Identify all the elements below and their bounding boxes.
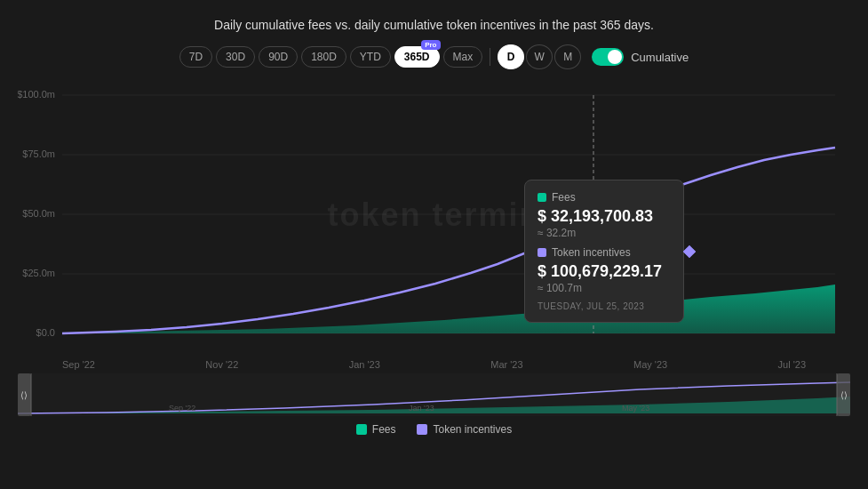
legend-token-dot — [417, 424, 427, 435]
time-btn-30d[interactable]: 30D — [216, 46, 255, 68]
svg-text:$25.0m: $25.0m — [22, 268, 55, 278]
divider — [490, 48, 490, 66]
token-dot — [538, 248, 546, 257]
time-btn-365d[interactable]: 365D Pro — [394, 46, 440, 68]
x-label-may23: May '23 — [633, 359, 667, 370]
chart-title: Daily cumulative fees vs. daily cumulati… — [18, 18, 850, 32]
legend-fees-dot — [356, 424, 367, 435]
legend-token: Token incentives — [417, 423, 512, 436]
tooltip-token-row: Token incentives — [538, 246, 671, 259]
minimap-svg: ⟨⟩ ⟨⟩ Sep '22 Jan '23 May '23 — [18, 373, 850, 416]
svg-text:$100.0m: $100.0m — [18, 89, 55, 100]
tooltip-fees-row: Fees — [538, 191, 671, 204]
svg-text:May '23: May '23 — [622, 404, 649, 413]
interval-btn-d[interactable]: D — [498, 44, 524, 69]
tooltip-fees-approx: ≈ 32.2m — [538, 227, 671, 239]
time-btn-7d[interactable]: 7D — [179, 46, 212, 68]
chart-svg: $100.0m $75.0m $50.0m $25.0m $0.0 — [18, 82, 850, 349]
legend-fees-label: Fees — [372, 423, 396, 436]
svg-text:$75.0m: $75.0m — [22, 148, 55, 159]
tooltip-date: TUESDAY, JUL 25, 2023 — [538, 301, 671, 311]
minimap-container: ⟨⟩ ⟨⟩ Sep '22 Jan '23 May '23 — [18, 373, 850, 416]
x-label-jul23: Jul '23 — [778, 359, 806, 370]
tooltip-token-approx: ≈ 100.7m — [538, 282, 671, 294]
x-label-mar23: Mar '23 — [490, 359, 522, 370]
legend: Fees Token incentives — [18, 423, 850, 436]
x-label-jan23: Jan '23 — [349, 359, 380, 370]
svg-text:⟨⟩: ⟨⟩ — [20, 390, 28, 400]
tooltip-fees-value: $ 32,193,700.83 — [538, 207, 671, 226]
tooltip-fees-label: Fees — [552, 191, 576, 204]
legend-fees: Fees — [356, 423, 396, 436]
time-btn-max[interactable]: Max — [443, 46, 483, 68]
x-label-nov22: Nov '22 — [205, 359, 238, 370]
time-btn-ytd[interactable]: YTD — [350, 46, 391, 68]
svg-text:⟨⟩: ⟨⟩ — [840, 390, 848, 400]
svg-text:$0.0: $0.0 — [36, 327, 55, 338]
svg-text:$50.0m: $50.0m — [22, 208, 55, 219]
time-controls: 7D 30D 90D 180D YTD 365D Pro Max D W M C… — [18, 44, 850, 69]
time-btn-180d[interactable]: 180D — [301, 46, 346, 68]
legend-token-label: Token incentives — [433, 423, 512, 436]
interval-group: D W M — [498, 44, 581, 69]
tooltip-token-value: $ 100,679,229.17 — [538, 262, 671, 281]
chart-area: token termin $100.0m $75.0m $50.0m $25.0… — [18, 82, 850, 349]
svg-text:Sep '22: Sep '22 — [169, 404, 195, 413]
x-label-sep22: Sep '22 — [62, 359, 95, 370]
time-btn-90d[interactable]: 90D — [259, 46, 298, 68]
toggle-group: Cumulative — [592, 48, 689, 66]
interval-btn-w[interactable]: W — [526, 44, 553, 69]
fees-dot — [538, 193, 546, 202]
chart-container: Daily cumulative fees vs. daily cumulati… — [0, 0, 868, 489]
cumulative-toggle[interactable] — [592, 48, 624, 66]
pro-badge: Pro — [421, 40, 440, 50]
x-axis-labels: Sep '22 Nov '22 Jan '23 Mar '23 May '23 … — [18, 356, 850, 370]
interval-btn-m[interactable]: M — [554, 44, 581, 69]
toggle-label: Cumulative — [631, 51, 689, 64]
tooltip: Fees $ 32,193,700.83 ≈ 32.2m Token incen… — [524, 180, 684, 323]
tooltip-token-label: Token incentives — [552, 246, 631, 259]
svg-text:Jan '23: Jan '23 — [409, 404, 434, 413]
